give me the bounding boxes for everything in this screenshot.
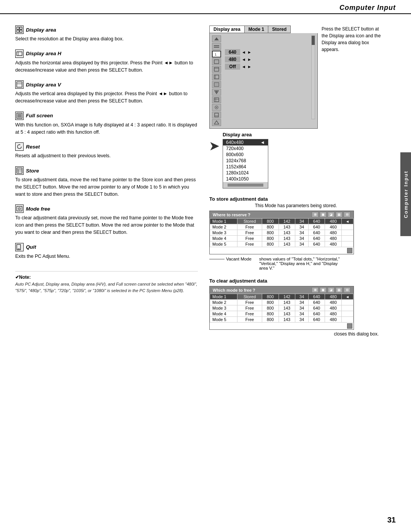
display-area-v-icon xyxy=(15,80,24,89)
store-mode-3-row[interactable]: Mode 3 Free 800 143 34 640 480 xyxy=(210,230,354,236)
clear-dialog: Which mode to free ? ⊞ ▣ ◪ ▤ ⊟ Mode 1 St… xyxy=(209,286,354,330)
clear-icon-2[interactable]: ▣ xyxy=(320,287,327,293)
icon-row-11[interactable] xyxy=(212,112,221,118)
store-icon xyxy=(15,166,24,175)
dialog-tab-stored[interactable]: Stored xyxy=(268,26,291,33)
dialog-row-480: 480 ◄ ► xyxy=(225,56,309,62)
clear-mode-5-row[interactable]: Mode 5 Free 800 143 34 640 480 xyxy=(210,317,354,323)
svg-point-34 xyxy=(216,91,217,93)
reset-icon xyxy=(15,142,24,151)
store-mode-5-row[interactable]: Mode 5 Free 800 143 34 640 480 xyxy=(210,241,354,247)
arrow-left-640[interactable]: ◄ xyxy=(242,50,246,54)
icon-row-10[interactable] xyxy=(212,104,221,111)
icon-row-5[interactable] xyxy=(212,66,221,73)
section-display-area-h: Display area H Adjusts the horizontal ar… xyxy=(15,50,198,74)
dialog-values: 640 ◄ ► 480 ◄ ► Off ◄ ► xyxy=(225,35,309,126)
clear-icon-3[interactable]: ◪ xyxy=(328,287,335,293)
section-display-area-header: Display area xyxy=(15,26,198,34)
option-640x480[interactable]: 640x480 ◄ xyxy=(223,139,268,145)
option-1400x1050[interactable]: 1400x1050 xyxy=(223,176,268,182)
svg-marker-10 xyxy=(19,144,21,145)
store-icon-1[interactable]: ⊞ xyxy=(312,212,319,217)
clear-mode-1-name: Mode 1 xyxy=(210,294,237,300)
dialog-row-640: 640 ◄ ► xyxy=(225,49,309,55)
arrow-left-480[interactable]: ◄ xyxy=(242,57,246,62)
clear-mode-3-name: Mode 3 xyxy=(210,305,237,311)
display-area-h-title: Display area H xyxy=(26,51,61,56)
reset-title: Reset xyxy=(26,144,40,150)
svg-rect-9 xyxy=(18,114,21,118)
section-store-header: Store xyxy=(15,166,198,175)
store-icon-3[interactable]: ◪ xyxy=(328,212,335,217)
icon-row-12[interactable] xyxy=(212,119,221,126)
store-mode-4-row[interactable]: Mode 4 Free 800 143 34 640 480 xyxy=(210,236,354,241)
clear-mode-4-row[interactable]: Mode 4 Free 800 143 34 640 480 xyxy=(210,311,354,317)
section-full-screen-header: Full screen xyxy=(15,112,198,120)
arrow-right-480[interactable]: ► xyxy=(247,57,252,62)
option-1280x1024[interactable]: 1280x1024 xyxy=(223,170,268,176)
store-mode-4-v2: 143 xyxy=(279,236,295,241)
quit-title: Quit xyxy=(26,244,36,250)
store-icon-4[interactable]: ▤ xyxy=(336,212,342,217)
store-table-scroll[interactable] xyxy=(210,247,354,254)
icon-row-8[interactable] xyxy=(212,89,221,96)
store-mode-5-v1: 800 xyxy=(262,241,279,247)
icon-row-selected[interactable]: 1 xyxy=(212,51,221,58)
clear-mode-2-row[interactable]: Mode 2 Free 800 143 34 640 480 xyxy=(210,300,354,305)
display-area-dropdown[interactable]: 640x480 ◄ 720x400 800x600 1024x768 1152x… xyxy=(223,139,268,189)
icon-row-2[interactable] xyxy=(212,43,221,50)
dialog-scrollbar[interactable] xyxy=(311,35,315,119)
store-mode-4-v3: 34 xyxy=(295,236,309,241)
vacant-mode-label-area: Vacant Mode xyxy=(209,257,252,261)
full-screen-icon xyxy=(15,112,24,120)
icon-row-7[interactable] xyxy=(212,81,221,88)
option-1152x864[interactable]: 1152x864 xyxy=(223,164,268,170)
val-off: Off xyxy=(225,64,240,70)
store-icon-5[interactable]: ⊟ xyxy=(344,212,350,217)
icon-row-9[interactable] xyxy=(212,96,221,103)
mode-free-title: Mode free xyxy=(26,206,50,212)
store-mode-5-v5: 480 xyxy=(325,241,342,247)
store-icon-2[interactable]: ▣ xyxy=(320,212,327,217)
clear-mode-3-status: Free xyxy=(237,305,262,311)
dialog-tab-display-area[interactable]: Display area xyxy=(209,26,245,33)
icon-row-6[interactable] xyxy=(212,73,221,80)
dropdown-scroll[interactable] xyxy=(223,182,268,188)
clear-mode-2-status: Free xyxy=(237,300,262,305)
store-mode-4-v5: 480 xyxy=(325,236,342,241)
option-1024x768[interactable]: 1024x768 xyxy=(223,158,268,164)
clear-modes-table: Mode 1 Stored 800 142 34 640 480 ◄ Mode … xyxy=(210,294,354,323)
mode-free-body: To clear adjustment data previously set,… xyxy=(15,214,198,236)
icon-row-4[interactable] xyxy=(212,58,221,65)
option-800x600[interactable]: 800x600 xyxy=(223,152,268,158)
arrow-left-off[interactable]: ◄ xyxy=(242,64,246,69)
svg-rect-22 xyxy=(214,45,219,46)
clear-table-scroll[interactable] xyxy=(210,323,354,329)
store-mode-3-status: Free xyxy=(237,230,262,236)
dialog-tab-mode1[interactable]: Mode 1 xyxy=(245,26,268,33)
clear-scroll-thumb xyxy=(347,323,352,329)
store-mode-2-row[interactable]: Mode 2 Free 800 143 34 640 460 xyxy=(210,224,354,230)
option-720x400[interactable]: 720x400 xyxy=(223,145,268,152)
store-mode-5-v2: 143 xyxy=(279,241,295,247)
clear-mode-3-row[interactable]: Mode 3 Free 800 143 34 640 480 xyxy=(210,305,354,311)
right-column: Display area Mode 1 Stored xyxy=(209,26,396,337)
store-mode-1-row[interactable]: Mode 1 Stored 800 142 34 640 480 ◄ xyxy=(210,219,354,224)
clear-icon-5[interactable]: ⊟ xyxy=(344,287,350,293)
store-title: Store xyxy=(26,168,39,174)
val-480: 480 xyxy=(225,56,240,62)
clear-icon-4[interactable]: ▤ xyxy=(336,287,342,293)
to-store-title: To store adjustment data xyxy=(209,196,382,202)
clear-icon-1[interactable]: ⊞ xyxy=(312,287,319,293)
store-mode-4-status: Free xyxy=(237,236,262,241)
clear-mode-1-row[interactable]: Mode 1 Stored 800 142 34 640 480 ◄ xyxy=(210,294,354,300)
icon-row-1[interactable] xyxy=(212,35,221,42)
svg-point-17 xyxy=(19,208,20,209)
store-mode-3-v3: 34 xyxy=(295,230,309,236)
note-section: ✔Note: Auto PC Adjust, Display area, Dis… xyxy=(15,271,198,294)
svg-rect-4 xyxy=(17,52,22,56)
arrow-right-640[interactable]: ► xyxy=(247,50,252,54)
section-display-area-v: Display area V Adjusts the vertical area… xyxy=(15,80,198,105)
arrow-right-off[interactable]: ► xyxy=(247,64,252,69)
store-dialog-header: Where to reserve ? ⊞ ▣ ◪ ▤ ⊟ xyxy=(210,211,354,218)
